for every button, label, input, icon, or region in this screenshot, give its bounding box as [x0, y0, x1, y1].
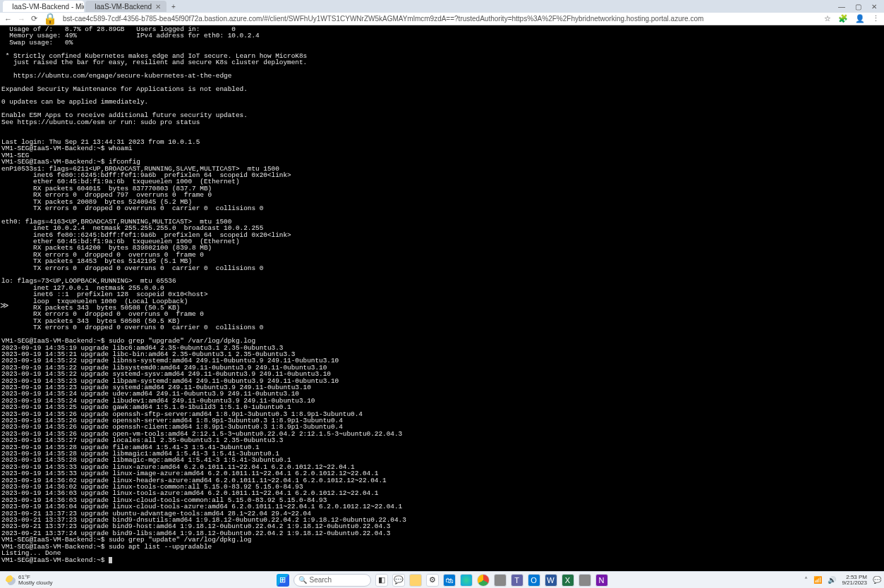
reload-icon[interactable]: ⟳ — [31, 14, 37, 23]
windows-taskbar: 61°F Mostly cloudy ⊞ 🔍 Search ◧ 💬 ⚙ 🛍 T … — [0, 571, 884, 588]
taskbar-search[interactable]: 🔍 Search — [293, 574, 371, 587]
browser-address-bar: ← → ⟳ 🔒 bst-cae4c589-7cdf-4356-b785-bea4… — [0, 13, 884, 25]
tray-chevron-icon[interactable]: ˄ — [804, 576, 808, 584]
terminal-cursor — [109, 557, 112, 563]
wifi-icon[interactable]: 📶 — [813, 576, 822, 584]
browser-tab-bar: IaaS-VM-Backend - Microsoft A ✕ IaaS-VM-… — [0, 0, 884, 13]
taskbar-center: ⊞ 🔍 Search ◧ 💬 ⚙ 🛍 T O W X N — [277, 574, 608, 587]
weather-icon — [6, 575, 16, 585]
extensions-icon[interactable]: 🧩 — [838, 14, 848, 23]
back-icon[interactable]: ← — [4, 15, 12, 23]
maximize-icon[interactable]: ▢ — [855, 3, 861, 11]
search-icon: 🔍 — [298, 576, 307, 584]
notifications-icon[interactable]: 💬 — [873, 576, 881, 584]
new-tab-button[interactable]: + — [168, 3, 179, 11]
minimize-icon[interactable]: — — [838, 3, 845, 11]
close-icon[interactable]: ✕ — [871, 3, 877, 11]
chat-icon[interactable]: 💬 — [392, 574, 405, 587]
tray-date: 9/21/2023 — [842, 580, 867, 586]
outlook-icon[interactable]: O — [528, 574, 540, 587]
weather-desc: Mostly cloudy — [18, 580, 52, 586]
url-field[interactable]: bst-cae4c589-7cdf-4356-b785-bea45f90f72a… — [63, 15, 818, 23]
bastion-terminal-viewport: ≫ Usage of /: 8.7% of 28.89GB Users logg… — [0, 25, 884, 571]
ms-store-icon[interactable]: 🛍 — [443, 574, 456, 587]
task-view-icon[interactable]: ◧ — [375, 574, 388, 587]
browser-tab-active[interactable]: IaaS-VM-Backend - Microsoft A ✕ — [3, 1, 84, 12]
expand-handle-icon[interactable]: ≫ — [0, 300, 9, 310]
edge-icon[interactable] — [460, 574, 473, 587]
excel-icon[interactable]: X — [562, 574, 574, 587]
teams-icon[interactable]: T — [511, 574, 523, 587]
forward-icon[interactable]: → — [18, 15, 25, 23]
browser-tab-inactive[interactable]: IaaS-VM-Backend ✕ — [85, 1, 166, 12]
onenote-icon[interactable]: N — [595, 574, 608, 587]
settings-icon[interactable]: ⚙ — [426, 574, 439, 587]
search-placeholder: Search — [310, 576, 332, 584]
word-icon[interactable]: W — [545, 574, 557, 587]
file-explorer-icon[interactable] — [409, 574, 422, 587]
tab-close-icon[interactable]: ✕ — [155, 3, 161, 11]
tab-title: IaaS-VM-Backend — [95, 3, 152, 11]
start-button[interactable]: ⊞ — [277, 574, 289, 587]
lock-icon[interactable]: 🔒 — [43, 12, 57, 25]
tab-title: IaaS-VM-Backend - Microsoft A — [12, 3, 84, 11]
volume-icon[interactable]: 🔊 — [828, 576, 836, 584]
app-icon[interactable] — [494, 574, 507, 587]
system-tray: ˄ 📶 🔊 2:53 PM 9/21/2023 💬 — [804, 575, 884, 586]
chrome-icon[interactable] — [477, 574, 490, 587]
window-controls: — ▢ ✕ — [838, 3, 881, 11]
bookmark-icon[interactable]: ☆ — [824, 14, 831, 23]
profile-icon[interactable]: 👤 — [855, 14, 865, 23]
weather-widget[interactable]: 61°F Mostly cloudy — [0, 575, 52, 586]
clock[interactable]: 2:53 PM 9/21/2023 — [842, 575, 867, 586]
terminal-output[interactable]: Usage of /: 8.7% of 28.89GB Users logged… — [0, 25, 884, 571]
app-icon[interactable] — [579, 574, 591, 587]
menu-icon[interactable]: ⋮ — [872, 14, 880, 23]
